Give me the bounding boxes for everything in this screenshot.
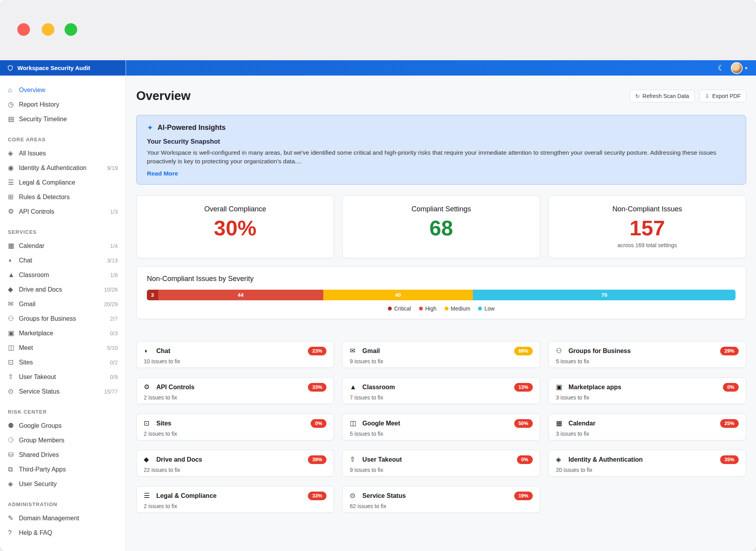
sidebar-item-label: Drive and Docs (19, 286, 101, 293)
sidebar-item-icon: ◈ (8, 480, 19, 488)
sidebar-item-icon: ⚆ (8, 436, 19, 444)
close-window-button[interactable] (17, 23, 30, 36)
dark-mode-toggle-icon[interactable]: ☾ (718, 63, 724, 72)
sidebar-item-gmail[interactable]: ✉ Gmail 20/29 (0, 297, 126, 311)
service-card-marketplace-apps[interactable]: ▣ Marketplace apps 0% 3 issues to fix (548, 377, 746, 404)
sidebar-item-user-takeout[interactable]: ⇧ User Takeout 0/9 (0, 370, 126, 384)
sidebar-item-icon: ⌂ (8, 86, 19, 94)
sidebar-item-legal-compliance[interactable]: ☰ Legal & Compliance (0, 175, 126, 190)
service-card-user-takeout[interactable]: ⇧ User Takeout 0% 9 issues to fix (342, 450, 540, 477)
service-percent-badge: 29% (720, 347, 739, 355)
marketplace-apps-icon: ▣ (556, 383, 565, 391)
service-card-chat[interactable]: ◖ Chat 23% 10 issues to fix (136, 341, 334, 368)
sidebar-section-administration: Administration (8, 501, 118, 507)
sidebar-item-count: 1/8 (110, 272, 118, 278)
sidebar-item-icon: ◷ (8, 100, 19, 109)
sidebar-item-api-controls[interactable]: ⚙ API Controls 1/3 (0, 204, 126, 219)
service-issues-count: 2 issues to fix (144, 503, 326, 509)
service-card-service-status[interactable]: ⊙ Service Status 19% 62 issues to fix (342, 486, 540, 513)
topbar: ☾ ▾ (126, 60, 756, 76)
sidebar-item-identity-authentication[interactable]: ◉ Identity & Authentication 9/19 (0, 161, 126, 175)
service-card-calendar[interactable]: ▦ Calendar 25% 3 issues to fix (548, 414, 746, 440)
severity-legend: Critical High Medium Low (147, 305, 736, 312)
service-issues-count: 2 issues to fix (144, 394, 326, 401)
sidebar-item-classroom[interactable]: ▲ Classroom 1/8 (0, 268, 126, 282)
sidebar-item-label: Classroom (19, 272, 107, 279)
service-card-api-controls[interactable]: ⚙ API Controls 33% 2 issues to fix (136, 377, 334, 404)
refresh-scan-button[interactable]: ↻ Refresh Scan Data (630, 90, 695, 102)
sidebar-item-all-issues[interactable]: ◈ All Issues (0, 146, 126, 161)
severity-stacked-bar: 3444070 (147, 290, 736, 300)
sidebar-item-domain-management[interactable]: ✎ Domain Management (0, 511, 126, 525)
sidebar-item-service-status[interactable]: ⊙ Service Status 15/77 (0, 384, 126, 399)
zoom-window-button[interactable] (65, 23, 77, 36)
sidebar-item-help-faq[interactable]: ? Help & FAQ (0, 525, 126, 540)
chevron-down-icon: ▾ (745, 65, 747, 71)
sidebar-item-icon: ◆ (8, 285, 19, 294)
sidebar-item-icon: ⊙ (8, 387, 19, 396)
service-card-header: ⚇ Groups for Business 29% (556, 347, 739, 355)
sidebar-item-calendar[interactable]: ▦ Calendar 1/4 (0, 239, 126, 253)
service-name: Gmail (362, 348, 380, 355)
avatar[interactable] (731, 62, 743, 74)
gmail-icon: ✉ (350, 347, 358, 355)
service-issues-count: 2 issues to fix (144, 431, 326, 437)
service-issues-count: 3 issues to fix (556, 394, 739, 401)
sidebar-item-label: Security Timeline (19, 116, 115, 123)
sidebar-item-marketplace[interactable]: ▣ Marketplace 0/3 (0, 326, 126, 340)
sidebar-item-label: Domain Management (19, 515, 115, 522)
sidebar-item-user-security[interactable]: ◈ User Security (0, 477, 126, 491)
sidebar-item-icon: ✉ (8, 300, 19, 308)
service-card-classroom[interactable]: ▲ Classroom 13% 7 issues to fix (342, 377, 540, 404)
service-card-header: ☰ Legal & Compliance 33% (144, 492, 326, 500)
sidebar-item-third-party-apps[interactable]: ⧉ Third-Party Apps (0, 462, 126, 477)
user-menu[interactable]: ▾ (731, 62, 747, 74)
minimize-window-button[interactable] (42, 23, 54, 36)
sidebar-item-label: Calendar (19, 242, 107, 250)
sidebar-item-security-timeline[interactable]: ▤ Security Timeline (0, 112, 126, 126)
sidebar-item-shared-drives[interactable]: ⛁ Shared Drives (0, 447, 126, 462)
user-takeout-icon: ⇧ (350, 455, 358, 464)
sidebar-item-group-members[interactable]: ⚆ Group Members (0, 433, 126, 447)
service-card-drive-and-docs[interactable]: ◆ Drive and Docs 39% 22 issues to fix (136, 450, 334, 477)
service-name: Google Meet (362, 420, 400, 427)
sidebar-item-count: 15/77 (104, 388, 118, 395)
service-card-legal-compliance[interactable]: ☰ Legal & Compliance 33% 2 issues to fix (136, 486, 334, 513)
sidebar-item-label: Overview (19, 87, 115, 94)
sidebar-item-groups-for-business[interactable]: ⚇ Groups for Business 2/7 (0, 311, 126, 326)
export-pdf-label: Export PDF (712, 93, 741, 99)
stat-label: Non-Compliant Issues (549, 205, 746, 213)
legend-dot (445, 307, 448, 311)
page-actions: ↻ Refresh Scan Data ⇩ Export PDF (630, 90, 746, 102)
sidebar-nav: ⌂ Overview ◷ Report History ▤ Security T… (0, 76, 126, 540)
read-more-link[interactable]: Read More (147, 170, 178, 177)
sidebar-item-chat[interactable]: ◖ Chat 3/13 (0, 253, 126, 268)
service-percent-badge: 33% (308, 383, 326, 392)
export-pdf-button[interactable]: ⇩ Export PDF (699, 90, 746, 102)
sidebar-item-google-groups[interactable]: ⚉ Google Groups (0, 418, 126, 433)
service-percent-badge: 33% (308, 492, 326, 500)
stat-card-overall-compliance: Overall Compliance 30% (136, 195, 334, 258)
sidebar-item-meet[interactable]: ◫ Meet 5/10 (0, 340, 126, 355)
sidebar-item-drive-and-docs[interactable]: ◆ Drive and Docs 10/26 (0, 282, 126, 297)
service-card-groups-for-business[interactable]: ⚇ Groups for Business 29% 5 issues to fi… (548, 341, 746, 368)
refresh-icon: ↻ (635, 93, 640, 99)
service-percent-badge: 23% (308, 347, 326, 355)
service-card-google-meet[interactable]: ◫ Google Meet 50% 5 issues to fix (342, 414, 540, 440)
sidebar-item-rules-detectors[interactable]: ⊞ Rules & Detectors (0, 190, 126, 204)
service-card-gmail[interactable]: ✉ Gmail 69% 9 issues to fix (342, 341, 540, 368)
service-issues-count: 62 issues to fix (350, 503, 532, 509)
sidebar-item-label: Chat (19, 257, 104, 264)
legend-item-critical: Critical (388, 305, 411, 312)
sidebar-item-overview[interactable]: ⌂ Overview (0, 83, 126, 97)
sidebar-item-icon: ▦ (8, 242, 19, 250)
sidebar-item-icon: ⚙ (8, 207, 19, 216)
sidebar-item-sites[interactable]: ⊡ Sites 0/2 (0, 355, 126, 370)
sidebar-item-report-history[interactable]: ◷ Report History (0, 97, 126, 112)
sidebar-item-label: Third-Party Apps (19, 466, 115, 473)
sidebar-item-icon: ⊞ (8, 193, 19, 201)
service-card-identity-authentication[interactable]: ◈ Identity & Authentication 35% 20 issue… (548, 450, 746, 477)
sidebar-item-label: Sites (19, 359, 107, 366)
sidebar-item-count: 10/26 (104, 287, 118, 293)
service-card-sites[interactable]: ⊡ Sites 0% 2 issues to fix (136, 414, 334, 440)
